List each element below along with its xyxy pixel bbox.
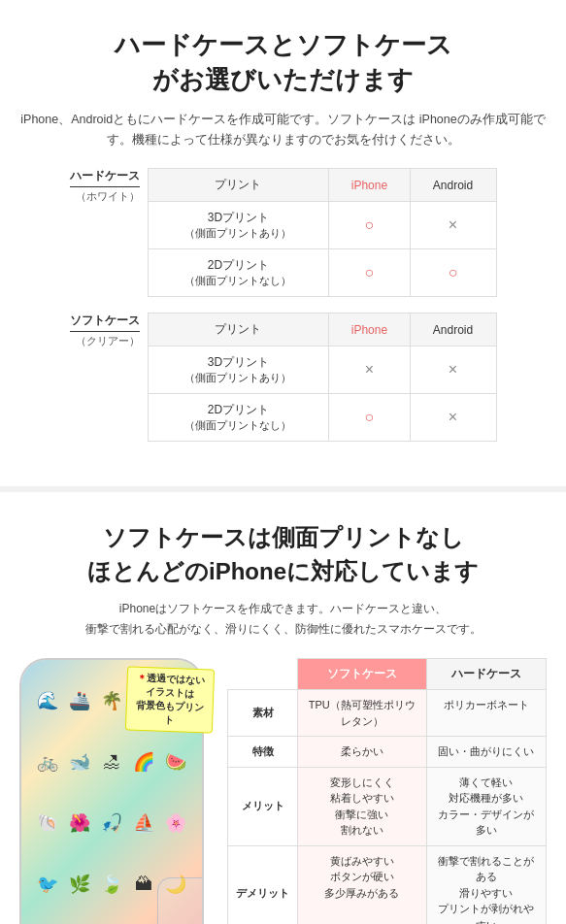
- soft-data-2: 変形しにくく粘着しやすい衝撃に強い割れない: [298, 767, 427, 845]
- soft-data-0: TPU（熱可塑性ポリウレタン）: [298, 690, 427, 737]
- row-label-2: メリット: [228, 767, 298, 845]
- phone-container: ＊透過ではないイラストは背景色もプリント 🌊 🚢 🌴 🎒 🌻 🚲 🐋: [19, 658, 204, 924]
- row-label-0: 素材: [228, 690, 298, 737]
- hard-case-table-wrap: ハードケース （ホワイト） プリント iPhone Android 3Dプリント…: [19, 168, 547, 297]
- soft-data-1: 柔らかい: [298, 737, 427, 768]
- table-row: 素材TPU（熱可塑性ポリウレタン）ポリカーボネート: [228, 690, 547, 737]
- clear-phone: [157, 877, 204, 924]
- table-row: デメリット黄ばみやすいボタンが硬い多少厚みがある衝撃で割れることがある滑りやすい…: [228, 845, 547, 924]
- phone-icon: 🌺: [65, 794, 94, 852]
- table-row: メリット変形しにくく粘着しやすい衝撃に強い割れない薄くて軽い対応機種が多いカラー…: [228, 767, 547, 845]
- phone-icon: 🐚: [33, 794, 62, 852]
- hard-row2-android: ○: [410, 249, 496, 297]
- asterisk-mark: ＊: [137, 673, 147, 683]
- soft-case-sub: （クリアー）: [76, 334, 140, 348]
- soft-row1-iphone: ×: [329, 346, 410, 394]
- subtitle-2: iPhoneはソフトケースを作成できます。ハードケースと違い、 衝撃で割れる心配…: [19, 599, 547, 641]
- table-row: 3Dプリント（側面プリントあり） × ×: [148, 346, 496, 394]
- phone-note: ＊透過ではないイラストは背景色もプリント: [125, 667, 215, 734]
- main-title-2: ソフトケースは側面プリントなしほとんどのiPhoneに対応しています: [19, 521, 547, 589]
- col-android-1: Android: [410, 169, 496, 202]
- hard-case-label-wrap: ハードケース （ホワイト）: [70, 168, 148, 204]
- phone-icon: 🌿: [65, 855, 94, 913]
- compare-table: ソフトケース ハードケース 素材TPU（熱可塑性ポリウレタン）ポリカーボネート特…: [227, 658, 547, 924]
- phone-icon: 🎨: [97, 916, 126, 924]
- phone-icon: 🍃: [97, 855, 126, 913]
- hard-row1-iphone: ○: [329, 202, 410, 249]
- phone-icon: 🐋: [65, 733, 94, 791]
- phone-icon: 🌵: [65, 916, 94, 924]
- hard-data-3: 衝撃で割れることがある滑りやすいプリントが剥がれやすい: [426, 845, 546, 924]
- section1-hard-soft: ハードケースとソフトケースがお選びいただけます iPhone、Androidとも…: [0, 0, 566, 477]
- compare-table-wrap: ソフトケース ハードケース 素材TPU（熱可塑性ポリウレタン）ポリカーボネート特…: [227, 658, 547, 924]
- soft-case-table: プリント iPhone Android 3Dプリント（側面プリントあり） × ×…: [148, 313, 497, 442]
- row-label-3: デメリット: [228, 845, 298, 924]
- col-iphone-1: iPhone: [329, 169, 410, 202]
- bottom-content: ＊透過ではないイラストは背景色もプリント 🌊 🚢 🌴 🎒 🌻 🚲 🐋: [19, 658, 547, 924]
- phone-icon: ⛵: [129, 794, 158, 852]
- section2-soft-case: ソフトケースは側面プリントなしほとんどのiPhoneに対応しています iPhon…: [0, 502, 566, 924]
- phone-icon: 🚲: [33, 733, 62, 791]
- phone-icon: 🌞: [129, 916, 158, 924]
- hard-data-0: ポリカーボネート: [426, 690, 546, 737]
- phone-icon: 🎣: [97, 794, 126, 852]
- col-print-2: プリント: [148, 314, 329, 346]
- soft-col-header: ソフトケース: [298, 659, 427, 690]
- phone-icon: 🏔: [129, 855, 158, 913]
- subtitle-1: iPhone、Androidともにハードケースを作成可能です。ソフトケースは i…: [19, 110, 547, 151]
- hard-data-2: 薄くて軽い対応機種が多いカラー・デザインが多い: [426, 767, 546, 845]
- col-iphone-2: iPhone: [329, 314, 410, 346]
- phone-icon: 🌴: [97, 672, 126, 730]
- hard-row2-iphone: ○: [329, 249, 410, 297]
- phone-icon: 🌊: [33, 672, 62, 730]
- phone-icon: 🍋: [33, 916, 62, 924]
- col-android-2: Android: [410, 314, 496, 346]
- hard-row1-print: 3Dプリント（側面プリントあり）: [148, 202, 329, 249]
- main-title-1: ハードケースとソフトケースがお選びいただけます: [19, 27, 547, 98]
- phone-icon: 🚢: [65, 672, 94, 730]
- hard-case-table: プリント iPhone Android 3Dプリント（側面プリントあり） ○ ×…: [148, 168, 497, 297]
- table-row: 3Dプリント（側面プリントあり） ○ ×: [148, 202, 496, 249]
- phone-illustration-wrap: ＊透過ではないイラストは背景色もプリント 🌊 🚢 🌴 🎒 🌻 🚲 🐋: [19, 658, 214, 924]
- hard-row1-android: ×: [410, 202, 496, 249]
- row-label-1: 特徴: [228, 737, 298, 768]
- col-print-1: プリント: [148, 169, 329, 202]
- soft-row1-print: 3Dプリント（側面プリントあり）: [148, 346, 329, 394]
- phone-icon: 🍉: [161, 733, 190, 791]
- soft-row2-print: 2Dプリント（側面プリントなし）: [148, 394, 329, 442]
- soft-row2-iphone: ○: [329, 394, 410, 442]
- hard-case-label: ハードケース: [70, 168, 140, 187]
- phone-icon: 🌸: [161, 794, 190, 852]
- table-row: 2Dプリント（側面プリントなし） ○ ×: [148, 394, 496, 442]
- hard-col-header: ハードケース: [426, 659, 546, 690]
- phone-icon: 🐦: [33, 855, 62, 913]
- empty-header: [228, 659, 298, 690]
- hard-case-sub: （ホワイト）: [76, 189, 140, 204]
- soft-row1-android: ×: [410, 346, 496, 394]
- hard-row2-print: 2Dプリント（側面プリントなし）: [148, 249, 329, 297]
- table-row: 2Dプリント（側面プリントなし） ○ ○: [148, 249, 496, 297]
- hard-data-1: 固い・曲がりにくい: [426, 737, 546, 768]
- clear-phone-wrap: [157, 877, 204, 924]
- section-divider: [0, 486, 566, 492]
- soft-case-label: ソフトケース: [70, 313, 140, 332]
- soft-row2-android: ×: [410, 394, 496, 442]
- phone-icon: 🌈: [129, 733, 158, 791]
- soft-case-table-wrap: ソフトケース （クリアー） プリント iPhone Android 3Dプリント…: [19, 313, 547, 442]
- soft-data-3: 黄ばみやすいボタンが硬い多少厚みがある: [298, 845, 427, 924]
- soft-case-label-wrap: ソフトケース （クリアー）: [70, 313, 148, 348]
- table-row: 特徴柔らかい固い・曲がりにくい: [228, 737, 547, 768]
- phone-icon: 🏖: [97, 733, 126, 791]
